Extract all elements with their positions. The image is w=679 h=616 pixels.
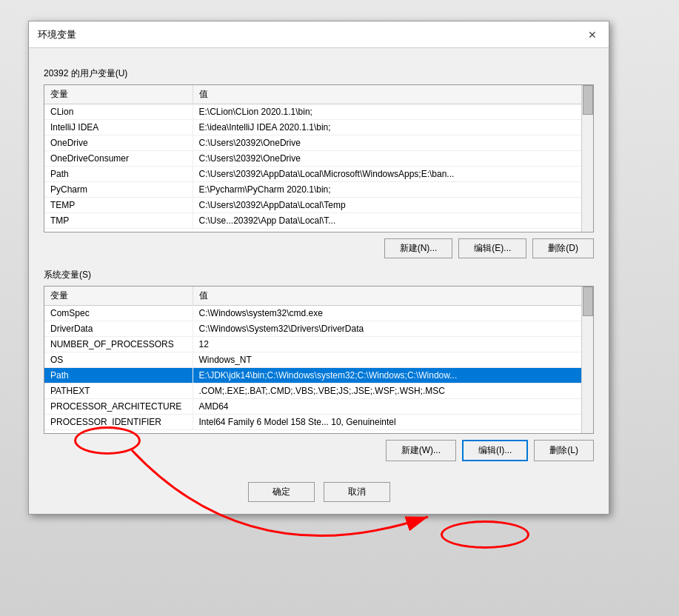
table-row[interactable]: PathC:\Users\20392\AppData\Local\Microso… xyxy=(44,167,593,182)
cancel-button[interactable]: 取消 xyxy=(324,482,390,502)
dialog-bottom-buttons: 确定 取消 xyxy=(29,473,609,514)
var-value: E:\CLion\CLion 2020.1.1\bin; xyxy=(193,104,593,120)
edit-button-annotation xyxy=(441,520,529,549)
system-vars-table-wrapper: 变量 值 ComSpecC:\Windows\system32\cmd.exeD… xyxy=(44,286,594,434)
user-new-button[interactable]: 新建(N)... xyxy=(384,238,453,258)
var-name: Path xyxy=(44,368,193,384)
system-vars-buttons: 新建(W)... 编辑(I)... 删除(L) xyxy=(44,440,594,461)
table-row[interactable]: PathE:\JDK\jdk14\bin;C:\Windows\system32… xyxy=(44,368,593,384)
var-value: 12 xyxy=(193,337,593,352)
table-row[interactable]: OneDriveConsumerC:\Users\20392\OneDrive xyxy=(44,151,593,167)
var-name: IntelliJ IDEA xyxy=(44,120,193,135)
var-name: Path xyxy=(44,167,193,182)
var-value: Intel64 Family 6 Model 158 Ste... 10, Ge… xyxy=(193,415,593,430)
table-row[interactable]: TMPC:\Use...20392\App Data\Local\T... xyxy=(44,213,593,229)
var-value: E:\idea\IntelliJ IDEA 2020.1.1\bin; xyxy=(193,120,593,135)
var-value: C:\Use...20392\App Data\Local\T... xyxy=(193,213,593,229)
table-row[interactable]: CLionE:\CLion\CLion 2020.1.1\bin; xyxy=(44,104,593,120)
table-row[interactable]: PROCESSOR_ARCHITECTUREAMD64 xyxy=(44,399,593,415)
system-new-button[interactable]: 新建(W)... xyxy=(386,440,456,461)
user-vars-label: 20392 的用户变量(U) xyxy=(44,67,594,80)
table-row[interactable]: PROCESSOR_IDENTIFIERIntel64 Family 6 Mod… xyxy=(44,415,593,430)
close-button[interactable]: ✕ xyxy=(585,27,600,42)
var-name: OneDriveConsumer xyxy=(44,151,193,167)
var-value: C:\Windows\System32\Drivers\DriverData xyxy=(193,321,593,337)
ok-button[interactable]: 确定 xyxy=(248,482,315,502)
system-scrollbar[interactable] xyxy=(581,287,593,433)
system-vars-table: 变量 值 ComSpecC:\Windows\system32\cmd.exeD… xyxy=(44,287,593,430)
user-scrollbar[interactable] xyxy=(581,85,593,232)
var-value: C:\Windows\system32\cmd.exe xyxy=(193,306,593,321)
dialog-content: 20392 的用户变量(U) 变量 值 CLionE:\CLion\CLion … xyxy=(29,48,609,473)
var-value: C:\Users\20392\OneDrive xyxy=(193,151,593,167)
var-value: E:\JDK\jdk14\bin;C:\Windows\system32;C:\… xyxy=(193,368,593,384)
var-value: E:\Pycharm\PyCharm 2020.1\bin; xyxy=(193,182,593,198)
table-row[interactable]: PyCharmE:\Pycharm\PyCharm 2020.1\bin; xyxy=(44,182,593,198)
var-value: C:\Users\20392\OneDrive xyxy=(193,135,593,151)
table-row[interactable]: DriverDataC:\Windows\System32\Drivers\Dr… xyxy=(44,321,593,337)
var-name: PROCESSOR_ARCHITECTURE xyxy=(44,399,193,415)
title-bar: 环境变量 ✕ xyxy=(29,21,609,48)
user-col-value: 值 xyxy=(193,85,593,104)
user-scrollbar-thumb[interactable] xyxy=(583,85,593,115)
var-name: OS xyxy=(44,352,193,368)
var-name: DriverData xyxy=(44,321,193,337)
user-vars-table-wrapper: 变量 值 CLionE:\CLion\CLion 2020.1.1\bin;In… xyxy=(44,84,594,232)
user-edit-button[interactable]: 编辑(E)... xyxy=(458,238,526,258)
table-row[interactable]: OneDriveC:\Users\20392\OneDrive xyxy=(44,135,593,151)
table-row[interactable]: TEMPC:\Users\20392\AppData\Local\Temp xyxy=(44,198,593,213)
table-row[interactable]: ComSpecC:\Windows\system32\cmd.exe xyxy=(44,306,593,321)
sys-col-value: 值 xyxy=(193,287,593,306)
system-vars-label: 系统变量(S) xyxy=(44,269,594,281)
table-row[interactable]: NUMBER_OF_PROCESSORS12 xyxy=(44,337,593,352)
system-edit-button[interactable]: 编辑(I)... xyxy=(462,440,528,461)
table-row[interactable]: PATHEXT.COM;.EXE;.BAT;.CMD;.VBS;.VBE;JS;… xyxy=(44,384,593,399)
table-row[interactable]: IntelliJ IDEAE:\idea\IntelliJ IDEA 2020.… xyxy=(44,120,593,135)
user-delete-button[interactable]: 删除(D) xyxy=(532,238,594,258)
var-name: TMP xyxy=(44,213,193,229)
table-row[interactable]: OSWindows_NT xyxy=(44,352,593,368)
sys-col-name: 变量 xyxy=(44,287,193,306)
user-vars-table: 变量 值 CLionE:\CLion\CLion 2020.1.1\bin;In… xyxy=(44,85,593,229)
var-name: PyCharm xyxy=(44,182,193,198)
user-col-name: 变量 xyxy=(44,85,193,104)
var-name: PATHEXT xyxy=(44,384,193,399)
var-name: ComSpec xyxy=(44,306,193,321)
env-vars-dialog: 环境变量 ✕ 20392 的用户变量(U) 变量 值 CLionE:\CLion… xyxy=(28,21,609,515)
var-value: AMD64 xyxy=(193,399,593,415)
var-name: CLion xyxy=(44,104,193,120)
system-scrollbar-thumb[interactable] xyxy=(583,287,593,316)
system-delete-button[interactable]: 删除(L) xyxy=(534,440,594,461)
var-name: NUMBER_OF_PROCESSORS xyxy=(44,337,193,352)
var-name: TEMP xyxy=(44,198,193,213)
var-value: C:\Users\20392\AppData\Local\Microsoft\W… xyxy=(193,167,593,182)
var-value: Windows_NT xyxy=(193,352,593,368)
var-name: OneDrive xyxy=(44,135,193,151)
var-value: C:\Users\20392\AppData\Local\Temp xyxy=(193,198,593,213)
user-vars-buttons: 新建(N)... 编辑(E)... 删除(D) xyxy=(44,238,594,258)
dialog-title: 环境变量 xyxy=(38,28,76,41)
var-value: .COM;.EXE;.BAT;.CMD;.VBS;.VBE;JS;.JSE;.W… xyxy=(193,384,593,399)
var-name: PROCESSOR_IDENTIFIER xyxy=(44,415,193,430)
